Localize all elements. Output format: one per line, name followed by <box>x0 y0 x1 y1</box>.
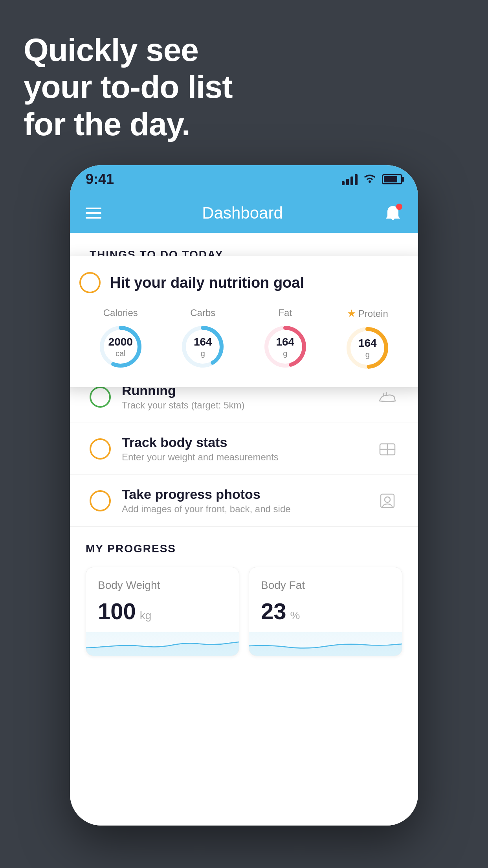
todo-item-body-stats[interactable]: Track body stats Enter your weight and m… <box>70 423 418 475</box>
body-stats-checkbox[interactable] <box>90 438 111 460</box>
body-fat-title: Body Fat <box>261 579 390 592</box>
nutrition-protein: ★ Protein 164 g <box>344 307 391 371</box>
nutrition-fat: Fat 164 g <box>262 307 309 370</box>
scale-icon <box>376 438 398 460</box>
status-bar: 9:41 <box>70 165 418 193</box>
body-fat-value-row: 23 % <box>261 598 390 624</box>
status-time: 9:41 <box>86 171 114 188</box>
progress-cards: Body Weight 100 kg Body Fat <box>86 567 402 656</box>
running-checkbox[interactable] <box>90 386 111 408</box>
menu-button[interactable] <box>86 208 101 219</box>
app-title: Dashboard <box>202 204 283 223</box>
progress-section: MY PROGRESS Body Weight 100 kg <box>70 542 418 656</box>
nutrition-row: Calories 2000 cal Carbs <box>79 307 409 371</box>
headline-line1: Quickly see <box>24 31 233 68</box>
phone-mockup: 9:41 <box>70 165 418 826</box>
protein-label: ★ Protein <box>347 307 388 320</box>
app-header: Dashboard <box>70 193 418 233</box>
running-subtitle: Track your stats (target: 5km) <box>122 400 365 411</box>
body-weight-value: 100 <box>98 598 136 624</box>
progress-photos-subtitle: Add images of your front, back, and side <box>122 504 365 515</box>
body-stats-subtitle: Enter your weight and measurements <box>122 452 365 463</box>
nutrition-calories: Calories 2000 cal <box>97 307 144 370</box>
calories-label: Calories <box>103 307 138 318</box>
body-fat-card: Body Fat 23 % <box>249 567 402 656</box>
notification-button[interactable] <box>383 204 402 223</box>
status-icons <box>342 173 402 186</box>
protein-donut: 164 g <box>344 324 391 371</box>
progress-photos-title: Take progress photos <box>122 487 365 502</box>
shoe-icon <box>376 386 398 408</box>
progress-header: MY PROGRESS <box>86 542 402 555</box>
star-icon: ★ <box>347 307 356 320</box>
fat-donut: 164 g <box>262 323 309 370</box>
fat-label: Fat <box>278 307 292 318</box>
body-weight-card: Body Weight 100 kg <box>86 567 239 656</box>
battery-icon <box>382 174 402 184</box>
nutrition-card-title: Hit your daily nutrition goal <box>110 274 304 291</box>
body-fat-chart <box>249 632 402 656</box>
progress-photos-text: Take progress photos Add images of your … <box>122 487 365 515</box>
todo-item-progress-photos[interactable]: Take progress photos Add images of your … <box>70 475 418 527</box>
headline-line2: your to-do list <box>24 68 233 105</box>
body-weight-value-row: 100 kg <box>98 598 227 624</box>
signal-icon <box>342 173 358 185</box>
body-stats-title: Track body stats <box>122 435 365 450</box>
nutrition-carbs: Carbs 164 g <box>179 307 226 370</box>
headline: Quickly see your to-do list for the day. <box>24 31 233 143</box>
body-fat-value: 23 <box>261 598 286 624</box>
body-weight-title: Body Weight <box>98 579 227 592</box>
wifi-icon <box>363 173 376 186</box>
body-stats-text: Track body stats Enter your weight and m… <box>122 435 365 463</box>
progress-photos-checkbox[interactable] <box>90 490 111 511</box>
carbs-label: Carbs <box>190 307 215 318</box>
main-content: THINGS TO DO TODAY Hit your daily nutrit… <box>70 233 418 826</box>
body-fat-unit: % <box>290 609 300 622</box>
card-title-row: Hit your daily nutrition goal <box>79 272 409 293</box>
nutrition-checkbox[interactable] <box>79 272 101 293</box>
headline-line3: for the day. <box>24 106 233 143</box>
carbs-donut: 164 g <box>179 323 226 370</box>
calories-donut: 2000 cal <box>97 323 144 370</box>
body-weight-chart <box>86 632 239 656</box>
body-weight-unit: kg <box>140 609 152 622</box>
svg-point-13 <box>385 497 390 502</box>
nutrition-card: Hit your daily nutrition goal Calories 2… <box>70 256 418 387</box>
todo-list: Running Track your stats (target: 5km) T… <box>70 371 418 527</box>
person-icon <box>376 490 398 512</box>
svg-point-0 <box>369 180 371 183</box>
